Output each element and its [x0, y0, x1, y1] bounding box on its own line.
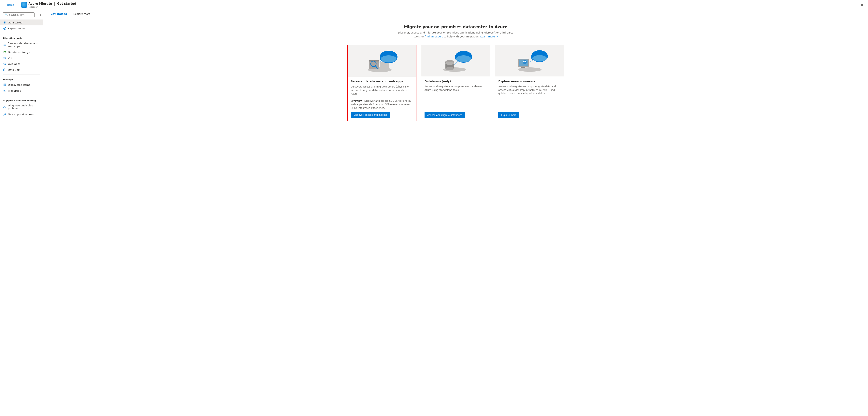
svg-marker-3: [4, 28, 5, 29]
svg-point-22: [4, 113, 5, 114]
sidebar-item-servers-dbs-webapps[interactable]: Servers, databases and web apps: [0, 40, 43, 49]
app-name: Azure Migrate: [28, 2, 52, 5]
svg-point-32: [381, 56, 397, 63]
sidebar-item-data-box[interactable]: Data Box: [0, 67, 43, 73]
box-icon: [3, 68, 6, 71]
manage-label: Manage: [0, 76, 43, 82]
learn-more-link[interactable]: Learn more ↗: [480, 35, 498, 38]
svg-rect-5: [4, 44, 6, 45]
desktop-icon: [3, 56, 6, 60]
assess-migrate-databases-button[interactable]: Assess and migrate databases: [425, 112, 465, 118]
find-expert-link[interactable]: find an expert: [425, 35, 443, 38]
sidebar-item-support-request[interactable]: New support request: [0, 111, 43, 117]
explore-card-image: [495, 45, 564, 76]
page-title: Get started: [57, 2, 76, 5]
svg-point-54: [532, 55, 547, 62]
migration-goals-label: Migration goals: [0, 35, 43, 40]
bars-icon: [3, 89, 6, 92]
svg-rect-15: [5, 83, 6, 84]
preview-label: (Preview): [351, 100, 364, 102]
sidebar-item-diagnose[interactable]: Diagnose and solve problems: [0, 103, 43, 111]
svg-rect-14: [4, 83, 4, 84]
svg-rect-17: [5, 85, 6, 86]
svg-point-49: [523, 61, 525, 62]
sidebar-item-vdi[interactable]: VDI: [0, 55, 43, 61]
grid-icon: [3, 83, 6, 86]
breadcrumb-separator: ›: [15, 4, 16, 6]
rocket-icon: [3, 21, 6, 24]
databases-card: Databases (only) Assess and migrate your…: [421, 45, 490, 122]
servers-card-image: [348, 45, 416, 77]
hero-description: Discover, assess and migrate your on-pre…: [397, 31, 515, 38]
svg-point-21: [5, 106, 5, 107]
databases-card-body: Databases (only) Assess and migrate your…: [422, 76, 490, 121]
servers-card-description: Discover, assess and migrate servers (ph…: [351, 85, 413, 110]
page-content: Migrate your on-premises datacenter to A…: [43, 18, 868, 128]
ellipsis-button[interactable]: ...: [78, 2, 84, 8]
servers-card-title: Servers, databases and web apps: [351, 80, 413, 83]
tabs-bar: Get started Explore more: [43, 10, 868, 18]
servers-card-body: Servers, databases and web apps Discover…: [348, 77, 416, 121]
database-icon: [3, 50, 6, 54]
databases-card-image: [422, 45, 490, 76]
svg-point-38: [445, 62, 454, 65]
sidebar: 🔍 « Get started Explore more Migration g…: [0, 10, 43, 416]
search-box[interactable]: 🔍: [3, 12, 34, 17]
compass-icon: [3, 27, 6, 30]
svg-rect-47: [521, 67, 525, 68]
sidebar-item-databases-only[interactable]: Databases (only): [0, 49, 43, 55]
svg-rect-20: [4, 91, 5, 92]
hero-section: Migrate your on-premises datacenter to A…: [51, 25, 860, 38]
databases-card-description: Assess and migrate your on-premises data…: [425, 85, 487, 110]
home-link[interactable]: Home: [7, 4, 14, 6]
app-subtitle: Microsoft: [28, 6, 76, 8]
svg-point-7: [4, 51, 6, 52]
svg-rect-18: [4, 90, 6, 90]
explore-card-body: Explore more scenarios Assess and migrat…: [495, 76, 564, 121]
tab-get-started[interactable]: Get started: [48, 10, 70, 18]
hero-title: Migrate your on-premises datacenter to A…: [51, 25, 860, 29]
search-input[interactable]: [9, 13, 33, 16]
sidebar-item-web-apps[interactable]: Web apps: [0, 61, 43, 67]
explore-card-title: Explore more scenarios: [498, 80, 561, 83]
wrench-icon: [3, 105, 6, 109]
svg-rect-19: [4, 91, 5, 91]
title-separator: |: [54, 2, 55, 6]
svg-point-42: [456, 56, 471, 62]
support-label: Support + troubleshooting: [0, 97, 43, 103]
app-icon: [21, 2, 27, 8]
tab-explore-more[interactable]: Explore more: [70, 10, 94, 18]
explore-more-button[interactable]: Explore more: [498, 112, 519, 118]
sidebar-item-explore-more[interactable]: Explore more: [0, 26, 43, 31]
servers-card: Servers, databases and web apps Discover…: [347, 45, 416, 122]
app-title-block: Azure Migrate | Get started Microsoft: [28, 2, 76, 8]
explore-card-description: Assess and migrate web apps, migrate dat…: [498, 85, 561, 110]
svg-rect-4: [4, 44, 6, 44]
globe-icon: [3, 62, 6, 65]
main-layout: 🔍 « Get started Explore more Migration g…: [0, 10, 868, 416]
search-icon: 🔍: [5, 13, 8, 16]
svg-point-1: [4, 22, 5, 23]
databases-card-title: Databases (only): [425, 80, 487, 83]
svg-rect-16: [4, 85, 4, 86]
top-bar-left: Home › Azure Migrate | Get started Micro…: [3, 2, 84, 8]
explore-card: Explore more scenarios Assess and migrat…: [495, 45, 564, 122]
close-button[interactable]: ✕: [859, 2, 865, 8]
sidebar-item-get-started[interactable]: Get started: [0, 20, 43, 26]
top-bar: Home › Azure Migrate | Get started Micro…: [0, 0, 868, 10]
svg-point-50: [525, 61, 526, 62]
content-area: Get started Explore more Migrate your on…: [43, 10, 868, 416]
discover-assess-migrate-button[interactable]: Discover, assess and migrate: [351, 112, 390, 118]
server-icon: [3, 43, 6, 46]
svg-point-37: [445, 67, 454, 70]
svg-rect-6: [4, 45, 6, 46]
person-icon: [3, 113, 6, 116]
svg-point-48: [523, 60, 527, 64]
cards-grid: Servers, databases and web apps Discover…: [347, 45, 564, 122]
collapse-sidebar-button[interactable]: «: [38, 12, 42, 17]
sidebar-item-properties[interactable]: Properties: [0, 88, 43, 94]
svg-point-44: [518, 67, 541, 72]
sidebar-item-discovered-items[interactable]: Discovered items: [0, 82, 43, 88]
breadcrumb: Home ›: [3, 2, 20, 8]
